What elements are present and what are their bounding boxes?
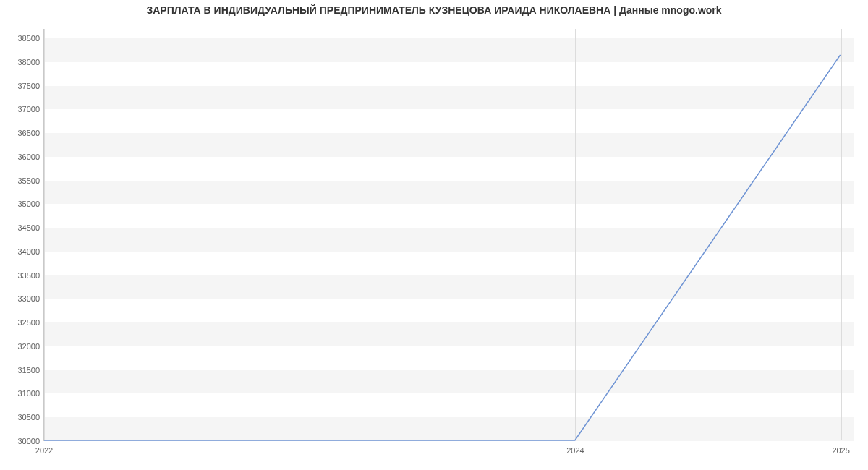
y-tick-label: 31500 <box>17 366 44 375</box>
line-layer <box>44 29 854 440</box>
y-tick-label: 37000 <box>17 105 44 114</box>
y-tick-label: 30500 <box>17 413 44 422</box>
y-tick-label: 38000 <box>17 58 44 67</box>
y-tick-label: 38500 <box>17 34 44 43</box>
y-tick-label: 33000 <box>17 294 44 303</box>
y-tick-label: 32500 <box>17 318 44 327</box>
y-tick-label: 37500 <box>17 82 44 90</box>
plot-area: 3000030500310003150032000325003300033500… <box>43 29 854 441</box>
y-tick-label: 32000 <box>17 342 44 351</box>
x-tick-label: 2024 <box>566 440 584 455</box>
x-tick-label: 2022 <box>35 440 53 455</box>
y-tick-label: 36500 <box>17 129 44 137</box>
chart-title: ЗАРПЛАТА В ИНДИВИДУАЛЬНЫЙ ПРЕДПРИНИМАТЕЛ… <box>0 4 868 16</box>
x-tick-label: 2025 <box>832 440 849 455</box>
y-tick-label: 31000 <box>17 389 44 398</box>
y-tick-label: 34000 <box>17 247 44 256</box>
y-tick-label: 33500 <box>17 271 44 280</box>
y-tick-label: 35500 <box>17 176 44 185</box>
series-salary <box>44 55 841 440</box>
y-tick-label: 35000 <box>17 200 44 208</box>
y-tick-label: 36000 <box>17 153 44 161</box>
salary-line-chart: ЗАРПЛАТА В ИНДИВИДУАЛЬНЫЙ ПРЕДПРИНИМАТЕЛ… <box>0 0 868 470</box>
y-tick-label: 34500 <box>17 223 44 232</box>
